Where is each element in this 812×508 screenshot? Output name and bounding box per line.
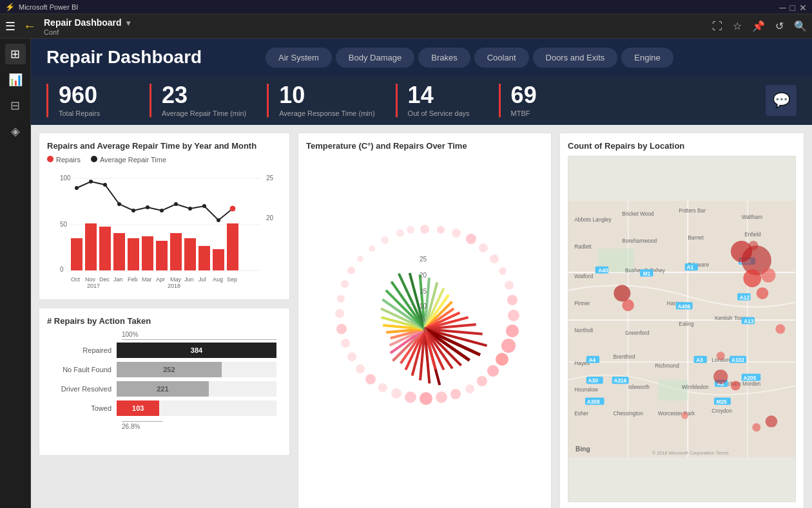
svg-point-30 [217, 218, 220, 222]
svg-point-53 [505, 281, 514, 290]
hbar-no-fault: No Fault Found 252 [52, 362, 276, 377]
minimize-icon[interactable]: ─ [780, 3, 786, 13]
svg-point-63 [436, 391, 447, 403]
svg-point-200 [749, 241, 759, 250]
appbar-actions: ⛶ ☆ 📌 ↺ 🔍 [712, 20, 807, 32]
svg-text:Radlett: Radlett [574, 243, 592, 250]
tab-air-system[interactable]: Air System [266, 48, 332, 68]
pct-100-label: 100% [52, 331, 276, 338]
tab-body-damage[interactable]: Body Damage [336, 48, 414, 68]
chat-button[interactable]: 💬 [766, 85, 797, 116]
sidebar-item-visualizations[interactable]: 📊 [5, 70, 26, 90]
back-button[interactable]: ← [23, 19, 36, 33]
kpi-total-repairs-value: 960 [59, 84, 129, 107]
svg-text:Oct: Oct [71, 276, 81, 283]
sidebar-item-model[interactable]: ◈ [5, 121, 26, 142]
sidebar-item-home[interactable]: ⊞ [5, 44, 26, 64]
svg-point-49 [466, 234, 476, 244]
svg-text:10: 10 [420, 303, 427, 310]
temp-chart-box: Temperature (C°) and Repairs Over Time [298, 133, 552, 508]
svg-text:Wimbledon: Wimbledon [682, 384, 709, 390]
svg-text:A4: A4 [588, 357, 595, 363]
svg-point-65 [405, 391, 416, 403]
svg-point-74 [337, 295, 345, 303]
svg-point-204 [731, 381, 740, 391]
svg-text:Jul: Jul [198, 276, 206, 283]
svg-point-20 [75, 186, 79, 190]
hbar-value-towed: 103 [117, 400, 159, 416]
sidebar-item-data[interactable]: ⊟ [5, 95, 26, 116]
favorite-icon[interactable]: ☆ [733, 20, 742, 32]
svg-point-23 [117, 202, 121, 206]
bar-chart-area: 100 50 0 25 20 [47, 169, 282, 288]
svg-rect-17 [198, 246, 210, 270]
kpi-row: 960 Total Repairs 23 Average Repair Time… [31, 76, 812, 125]
svg-point-77 [357, 256, 363, 262]
map-chart-title: Count of Repairs by Location [568, 141, 796, 151]
svg-rect-14 [156, 241, 168, 270]
svg-text:Bing: Bing [575, 446, 590, 453]
svg-rect-9 [85, 223, 97, 270]
hbar-fill-repaired: 384 [117, 343, 276, 358]
svg-point-80 [396, 229, 404, 237]
svg-text:Apr: Apr [156, 276, 165, 283]
pct-line-top [122, 339, 276, 340]
svg-rect-11 [113, 233, 125, 270]
tab-brakes[interactable]: Brakes [418, 48, 470, 68]
svg-text:M25: M25 [717, 399, 728, 405]
report-subtitle: Conf [44, 28, 130, 36]
svg-text:Watford: Watford [574, 273, 593, 279]
svg-text:20: 20 [420, 272, 427, 279]
titlebar: ⚡ Microsoft Power BI ─ □ ✕ [0, 0, 812, 14]
svg-text:25: 25 [420, 256, 427, 263]
svg-point-61 [465, 384, 474, 393]
fullscreen-icon[interactable]: ⛶ [712, 21, 722, 32]
svg-point-52 [499, 267, 507, 275]
svg-text:A102: A102 [731, 357, 744, 363]
svg-text:Sep: Sep [227, 276, 237, 283]
close-icon[interactable]: ✕ [799, 3, 807, 13]
svg-point-81 [407, 226, 414, 234]
kpi-avg-response-time-value: 10 [279, 84, 374, 107]
svg-point-66 [391, 388, 401, 399]
svg-point-29 [202, 204, 206, 208]
hbar-value-repaired: 384 [117, 343, 276, 358]
refresh-icon[interactable]: ↺ [775, 20, 784, 32]
svg-rect-133 [658, 380, 688, 400]
hamburger-menu[interactable]: ☰ [5, 19, 15, 33]
svg-point-54 [507, 295, 517, 305]
kpi-avg-response-time-label: Average Response Time (min) [279, 109, 374, 117]
search-icon[interactable]: 🔍 [794, 20, 807, 32]
dashboard-header: Repair Dashboard Air System Body Damage … [31, 39, 812, 76]
svg-text:Jan: Jan [113, 276, 123, 283]
legend-repairs: Repairs [47, 156, 81, 164]
svg-text:0: 0 [60, 266, 64, 273]
svg-point-58 [496, 353, 508, 366]
svg-text:2018: 2018 [168, 283, 180, 288]
svg-point-60 [477, 376, 487, 386]
kpi-avg-repair-time-value: 23 [162, 84, 246, 107]
svg-text:A316: A316 [614, 377, 626, 384]
svg-text:Potters Bar: Potters Bar [679, 207, 706, 214]
hbar-label-no-fault: No Fault Found [52, 366, 117, 373]
svg-point-73 [335, 309, 344, 318]
svg-text:50: 50 [60, 221, 68, 228]
hbar-value-driver: 221 [117, 381, 209, 397]
pct-26-label: 26.8% [52, 423, 276, 430]
kpi-total-repairs: 960 Total Repairs [46, 84, 150, 117]
appbar: ☰ ← Repair Dashboard ▾ Conf ⛶ ☆ 📌 ↺ 🔍 [0, 14, 812, 39]
hbar-repaired: Repaired 384 [52, 343, 276, 358]
svg-point-75 [341, 280, 349, 288]
temp-chart-title: Temperature (C°) and Repairs Over Time [306, 141, 543, 151]
pin-icon[interactable]: 📌 [752, 20, 765, 32]
svg-point-79 [381, 236, 389, 244]
tab-engine[interactable]: Engine [621, 48, 673, 68]
svg-point-70 [347, 352, 356, 361]
tab-doors-exits[interactable]: Doors and Exits [533, 48, 618, 68]
hbar-chart: 100% Repaired 384 No [47, 331, 282, 430]
tab-coolant[interactable]: Coolant [474, 48, 529, 68]
maximize-icon[interactable]: □ [790, 3, 795, 13]
svg-point-69 [356, 364, 365, 373]
kpi-out-of-service-value: 14 [408, 84, 478, 107]
svg-point-207 [766, 415, 778, 428]
